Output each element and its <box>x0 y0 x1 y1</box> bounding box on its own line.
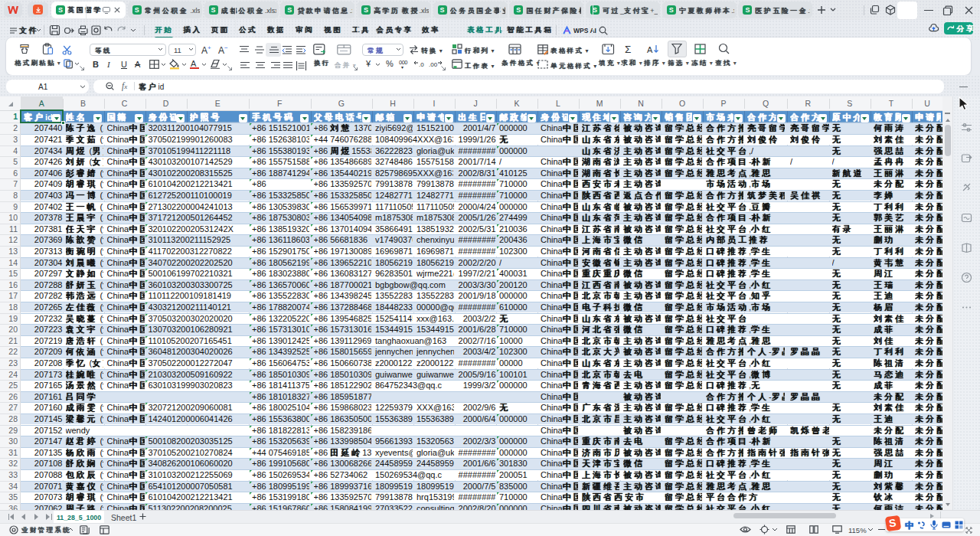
svg-text:.00: .00 <box>429 61 438 68</box>
svg-text:A: A <box>647 45 653 54</box>
svg-text:.0: .0 <box>419 61 424 68</box>
